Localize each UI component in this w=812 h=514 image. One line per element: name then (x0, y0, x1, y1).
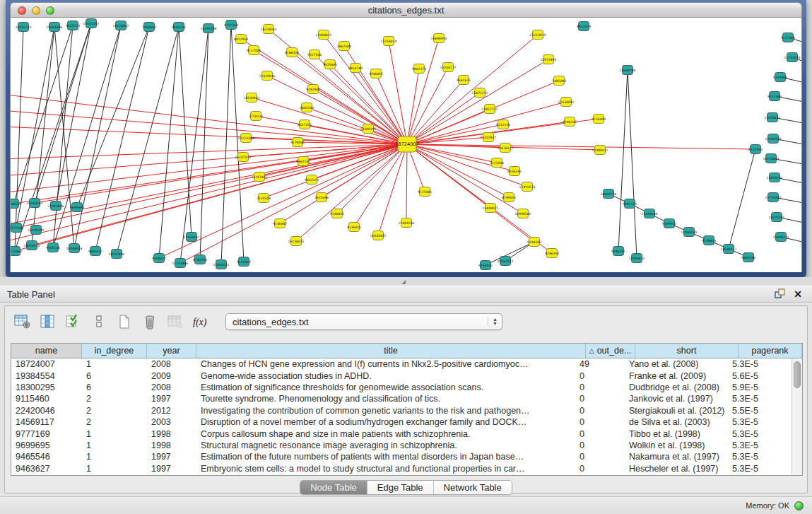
selected-edge[interactable] (307, 107, 407, 144)
cell-name[interactable]: 9465546 (11, 452, 82, 462)
cell-short[interactable]: Jankovic et al. (1997) (625, 394, 728, 404)
graph-selected-node-9875685[interactable]: 9875685 (323, 60, 337, 69)
column-header-in_degree[interactable]: in_degree (82, 344, 147, 358)
row-height-icon[interactable] (88, 312, 110, 332)
edge[interactable] (54, 27, 74, 248)
cell-year[interactable]: 2003 (147, 417, 196, 427)
graph-selected-node-8749055[interactable]: 8749055 (502, 193, 516, 202)
graph-selected-node-7485083[interactable]: 7485083 (552, 76, 566, 86)
graph-selected-node-12213383[interactable]: 12213383 (238, 134, 254, 143)
edge[interactable] (231, 25, 244, 262)
minimize-window-icon[interactable] (32, 6, 40, 15)
graph-node-16648784[interactable]: 16648784 (620, 66, 636, 75)
cell-title[interactable]: Estimation of the future numbers of pati… (196, 452, 575, 462)
graph-selected-node-2803144[interactable]: 2803144 (300, 103, 314, 112)
graph-node-16770581[interactable]: 16770581 (769, 213, 785, 222)
column-header-name[interactable]: name (11, 344, 82, 358)
table-selector-dropdown[interactable]: citations_edges.txt ▲▼ (225, 313, 502, 330)
cell-out_degree[interactable]: 0 (575, 382, 625, 392)
delete-table-icon[interactable] (165, 312, 186, 332)
edge[interactable] (221, 25, 231, 264)
graph-node-9465546[interactable]: 9465546 (741, 253, 755, 262)
edge[interactable] (117, 27, 179, 254)
new-table-icon[interactable] (114, 312, 135, 332)
graph-selected-node-9663373[interactable]: 9663373 (305, 175, 319, 185)
graph-node-9329912[interactable]: 9329912 (662, 219, 676, 228)
graph-node-24055723[interactable]: 24055723 (16, 23, 32, 32)
graph-selected-node-15871251[interactable]: 15871251 (472, 88, 488, 98)
graph-node-15063521[interactable]: 15063521 (213, 260, 230, 269)
network-graph[interactable]: 2718126280314428676087223046748508375245… (11, 18, 802, 271)
tab-node-table[interactable]: Node Table (300, 481, 367, 494)
cell-short[interactable]: Stergiakouli et al. (2012) (625, 406, 728, 416)
graph-node-8215953[interactable]: 8215953 (748, 145, 763, 154)
graph-node-9126447[interactable]: 9126447 (237, 257, 251, 267)
table-row[interactable]: 1872400712008Changes of HCN gene express… (11, 358, 792, 370)
cell-year[interactable]: 2008 (147, 382, 196, 392)
edge[interactable] (35, 23, 91, 203)
graph-node-12093833[interactable]: 12093833 (629, 254, 645, 263)
graph-selected-node-9861373[interactable]: 9861373 (412, 64, 426, 74)
edge[interactable] (159, 27, 179, 258)
graph-node-9861325[interactable]: 9861325 (623, 199, 637, 209)
cell-name[interactable]: 18300295 (11, 382, 82, 392)
selected-edge[interactable] (16, 144, 407, 228)
graph-selected-node-8454749[interactable]: 8454749 (348, 64, 363, 73)
graph-selected-node-9346825[interactable]: 9346825 (369, 69, 383, 78)
cell-short[interactable]: Hescheler et al. (1997) (625, 464, 728, 474)
selected-edge[interactable] (13, 144, 407, 204)
graph-node-16195399[interactable]: 16195399 (28, 226, 45, 235)
cell-name[interactable]: 22420046 (11, 406, 82, 416)
panel-divider[interactable]: ◢ (0, 277, 812, 286)
graph-node-9155723[interactable]: 9155723 (66, 21, 80, 30)
table-row[interactable]: 969969511998Structural magnetic resonanc… (11, 440, 792, 451)
cell-name[interactable]: 18724007 (11, 359, 82, 369)
graph-node-15998321[interactable]: 15998321 (773, 233, 789, 242)
graph-node-15276062[interactable]: 15276062 (113, 21, 129, 30)
cell-pagerank[interactable]: 5.3E-5 (728, 440, 792, 450)
close-panel-icon[interactable]: ✕ (794, 289, 802, 299)
cell-short[interactable]: Wolkin et al. (1998) (625, 440, 728, 450)
cell-title[interactable]: Tourette syndrome. Phenomenology and cla… (196, 394, 575, 404)
cell-out_degree[interactable]: 49 (575, 359, 625, 369)
graph-node-9329966[interactable]: 9329966 (773, 73, 787, 82)
table-row[interactable]: 1456911722003Disruption of a novel membe… (11, 416, 792, 428)
cell-pagerank[interactable]: 5.3E-5 (728, 429, 792, 439)
tab-network-table[interactable]: Network Table (434, 481, 512, 494)
cell-in_degree[interactable]: 1 (82, 440, 147, 450)
cell-name[interactable]: 19384554 (11, 371, 82, 381)
graph-selected-node-7223046[interactable]: 7223046 (490, 158, 504, 168)
graph-selected-node-16616127[interactable]: 16616127 (498, 144, 514, 153)
column-header-out_degree[interactable]: △out_de... (586, 344, 635, 358)
cell-short[interactable]: Nakamura et al. (1997) (625, 452, 728, 462)
table-row[interactable]: 1938455462009Genome-wide association stu… (11, 370, 792, 381)
cell-year[interactable]: 2009 (147, 371, 196, 381)
edge[interactable] (95, 27, 149, 251)
selected-edge[interactable] (407, 35, 538, 144)
graph-selected-node-12481546[interactable]: 12481546 (399, 218, 415, 228)
cell-out_degree[interactable]: 0 (575, 417, 625, 427)
cell-year[interactable]: 1997 (147, 464, 196, 474)
tab-edge-table[interactable]: Edge Table (367, 481, 434, 494)
panel-resize-handle[interactable]: ◢ (401, 279, 406, 285)
selected-edge[interactable] (322, 144, 407, 197)
graph-selected-node-11544091[interactable]: 11544091 (558, 98, 575, 107)
cell-title[interactable]: Structural magnetic resonance image aver… (196, 440, 575, 450)
cell-pagerank[interactable]: 5.3E-5 (728, 359, 792, 369)
graph-node-9128803[interactable]: 9128803 (702, 236, 716, 245)
graph-node-8740556[interactable]: 8740556 (193, 255, 207, 264)
selected-edge[interactable] (313, 89, 407, 144)
cell-in_degree[interactable]: 2 (82, 417, 147, 427)
cell-name[interactable]: 9463627 (11, 464, 82, 474)
table-settings-icon[interactable] (12, 312, 33, 332)
cell-short[interactable]: de Silva et al. (2003) (625, 417, 728, 427)
table-row[interactable]: 946362711997Embryonic stem cells: a mode… (11, 463, 792, 474)
graph-node-19384554[interactable]: 19384554 (66, 244, 83, 253)
graph-node-12093832[interactable]: 12093832 (765, 113, 781, 122)
edge[interactable] (729, 149, 755, 249)
graph-node-12444154[interactable]: 12444154 (765, 134, 782, 144)
edge[interactable] (15, 27, 23, 251)
graph-node-24050572[interactable]: 24050572 (24, 241, 40, 250)
graph-selected-node-8912954[interactable]: 8912954 (234, 35, 248, 44)
table-vertical-scrollbar[interactable] (792, 358, 802, 475)
